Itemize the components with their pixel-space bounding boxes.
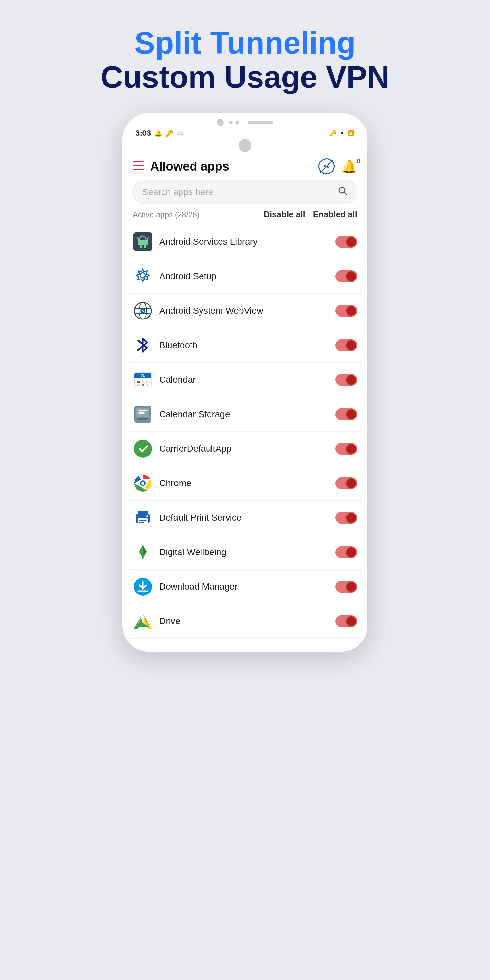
toggle-android-setup[interactable] [335,270,357,282]
list-item: Calendar Storage [129,397,361,432]
svg-point-47 [146,515,148,517]
toggle-download[interactable] [335,581,357,592]
active-count-label: Active apps (28/28) [133,210,200,219]
app-icon-android-services [133,232,153,252]
search-bar[interactable]: Search apps here [133,180,357,204]
toggle-android-services[interactable] [335,236,357,248]
svg-rect-36 [138,418,148,420]
svg-text:W: W [141,309,145,313]
list-item: CarrierDefaultApp [129,432,361,466]
app-name-chrome: Chrome [159,478,329,488]
app-name-calendar: Calendar [159,375,329,385]
svg-rect-10 [140,245,142,248]
svg-rect-28 [146,381,149,383]
svg-rect-31 [146,384,149,386]
svg-rect-1 [133,165,144,166]
app-name-drive: Drive [159,616,329,626]
app-icon-android-setup [133,266,153,286]
svg-point-12 [140,239,142,240]
svg-text:31: 31 [141,373,145,377]
search-placeholder: Search apps here [142,187,337,197]
toggle-wellbeing[interactable] [335,546,357,558]
toggle-calendar[interactable] [335,374,357,385]
toggle-print[interactable] [335,512,357,523]
list-item: Android Services Library [129,225,361,259]
app-icon-print [133,508,153,528]
phone-mockup: 3:03 🔔 🔑 ☁️ 🔑 ▼ 📶 Allowed apps AD [123,113,368,652]
toggle-calendar-storage[interactable] [335,409,357,420]
dot1 [229,121,233,124]
phone-top-bar [123,113,368,126]
app-bar-icons: AD 🔔 0 [318,158,357,174]
toggle-chrome[interactable] [335,477,357,489]
svg-rect-11 [144,245,146,248]
svg-line-4 [344,192,347,195]
notification-badge: 0 [356,157,360,165]
speaker-pill [248,121,274,124]
wifi-icon: ▼ [339,130,345,137]
app-icon-bluetooth [133,335,153,355]
svg-point-13 [144,239,145,240]
svg-point-41 [141,482,145,485]
app-name-bluetooth: Bluetooth [159,340,329,350]
svg-rect-29 [137,384,140,386]
no-ads-strikethrough [320,159,333,173]
enable-all-button[interactable]: Enabled all [313,210,357,220]
svg-rect-46 [139,522,144,523]
no-ads-button[interactable]: AD [318,158,335,174]
svg-rect-34 [138,410,147,411]
app-icon-wellbeing [133,542,153,562]
svg-marker-54 [142,617,152,629]
status-time: 3:03 [135,129,151,138]
app-name-print: Default Print Service [159,512,329,523]
key-right-icon: 🔑 [329,130,337,137]
status-left: 3:03 🔔 🔑 ☁️ [135,129,185,138]
app-icon-chrome [133,473,153,493]
toggle-android-webview[interactable] [335,305,357,317]
list-item: Chrome [129,466,361,501]
svg-rect-0 [133,161,144,162]
toggle-carrier[interactable] [335,443,357,455]
app-bar: Allowed apps AD 🔔 0 [123,153,368,180]
list-item: W Android System WebView [129,294,361,328]
search-icon[interactable] [337,186,348,198]
app-name-calendar-storage: Calendar Storage [159,409,329,419]
app-name-wellbeing: Digital Wellbeing [159,547,329,557]
list-item: Download Manager [129,570,361,604]
page-header: Split Tunneling Custom Usage VPN [100,26,390,94]
list-item: Default Print Service [129,501,361,535]
key-status-icon: 🔑 [165,129,173,137]
disable-all-button[interactable]: Disable all [264,210,305,220]
app-name-carrier: CarrierDefaultApp [159,444,329,454]
signal-icon: 📶 [347,130,355,137]
svg-rect-26 [137,381,140,383]
toggle-bluetooth[interactable] [335,339,357,351]
list-item: Drive [129,604,361,639]
svg-rect-2 [133,169,144,170]
active-apps-row: Active apps (28/28) Disable all Enabled … [123,210,368,225]
list-item: 31 Calendar [129,363,361,397]
app-name-android-services: Android Services Library [159,237,329,247]
status-right: 🔑 ▼ 📶 [329,130,355,137]
camera-dot [216,119,224,126]
svg-rect-43 [138,511,148,515]
svg-point-14 [140,273,145,278]
app-icon-download [133,577,153,597]
header-line2: Custom Usage VPN [100,60,390,94]
notification-button[interactable]: 🔔 0 [341,159,357,174]
app-list: Android Services Library Android Setup [123,225,368,639]
app-title: Allowed apps [150,159,318,173]
app-name-android-setup: Android Setup [159,271,329,282]
toggle-drive[interactable] [335,616,357,627]
bell-icon: 🔔 [341,159,357,174]
header-line1: Split Tunneling [100,26,390,60]
hamburger-button[interactable] [133,160,144,173]
app-icon-carrier [133,439,153,459]
svg-rect-30 [142,384,144,386]
list-item: Digital Wellbeing [129,535,361,570]
app-icon-android-webview: W [133,301,153,321]
app-icon-drive [133,611,153,631]
svg-point-37 [134,440,152,458]
dot2 [235,121,239,124]
svg-rect-27 [142,381,144,383]
